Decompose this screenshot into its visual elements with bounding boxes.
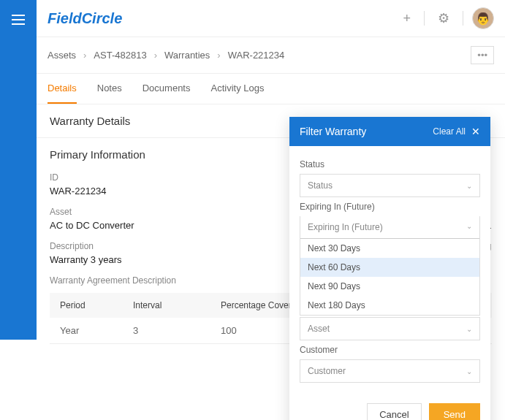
clear-all-button[interactable]: Clear All bbox=[433, 126, 466, 137]
divider bbox=[424, 11, 425, 26]
status-select[interactable]: Status ⌄ bbox=[300, 174, 480, 197]
customer-placeholder: Customer bbox=[308, 366, 346, 376]
chevron-right-icon: › bbox=[154, 50, 157, 61]
hamburger-menu[interactable] bbox=[0, 0, 37, 340]
send-button[interactable]: Send bbox=[429, 403, 480, 420]
chevron-down-icon: ⌄ bbox=[466, 222, 472, 232]
breadcrumb: Assets › AST-482813 › Warranties › WAR-2… bbox=[37, 37, 505, 74]
divider bbox=[463, 11, 463, 26]
status-placeholder: Status bbox=[308, 180, 333, 191]
chevron-right-icon: › bbox=[217, 50, 220, 61]
option-90-days[interactable]: Next 90 Days bbox=[300, 277, 479, 296]
col-period: Period bbox=[60, 300, 133, 310]
chevron-down-icon: ⌄ bbox=[466, 367, 472, 375]
filter-panel: Filter Warranty Clear All ✕ Status Statu… bbox=[289, 117, 490, 420]
add-icon[interactable]: + bbox=[398, 9, 415, 28]
crumb-assets[interactable]: Assets bbox=[48, 50, 76, 61]
crumb-warranties[interactable]: Warranties bbox=[164, 50, 210, 61]
option-180-days[interactable]: Next 180 Days bbox=[300, 296, 479, 315]
asset-select[interactable]: Asset ⌄ bbox=[300, 317, 480, 340]
tab-activity-logs[interactable]: Activity Logs bbox=[210, 74, 264, 104]
gear-icon[interactable]: ⚙ bbox=[433, 9, 454, 28]
close-icon[interactable]: ✕ bbox=[471, 126, 480, 137]
asset-placeholder: Asset bbox=[308, 324, 330, 334]
chevron-right-icon: › bbox=[83, 50, 86, 61]
chevron-down-icon: ⌄ bbox=[466, 325, 472, 333]
crumb-warranty-id[interactable]: WAR-221234 bbox=[228, 50, 285, 61]
crumb-asset-id[interactable]: AST-482813 bbox=[94, 50, 146, 61]
avatar[interactable]: 👨 bbox=[472, 7, 494, 29]
col-interval: Interval bbox=[133, 300, 221, 310]
tab-details[interactable]: Details bbox=[48, 74, 77, 104]
chevron-down-icon: ⌄ bbox=[466, 182, 472, 190]
option-60-days[interactable]: Next 60 Days bbox=[300, 258, 479, 277]
logo: FieldCircle bbox=[48, 10, 122, 27]
tab-documents[interactable]: Documents bbox=[143, 74, 191, 104]
panel-title: Filter Warranty bbox=[300, 126, 366, 137]
expiring-placeholder: Expiring In (Future) bbox=[308, 222, 383, 232]
customer-select[interactable]: Customer ⌄ bbox=[300, 359, 480, 383]
cancel-button[interactable]: Cancel bbox=[367, 403, 421, 420]
customer-label: Customer bbox=[300, 345, 480, 355]
cell-period: Year bbox=[60, 325, 133, 336]
expiring-dropdown[interactable]: Expiring In (Future) ⌄ Next 30 Days Next… bbox=[300, 216, 480, 316]
tab-notes[interactable]: Notes bbox=[97, 74, 122, 104]
expiring-label: Expiring In (Future) bbox=[300, 202, 480, 212]
status-label: Status bbox=[300, 159, 480, 169]
cell-interval: 3 bbox=[133, 325, 221, 336]
more-actions-button[interactable]: ••• bbox=[471, 46, 494, 64]
option-30-days[interactable]: Next 30 Days bbox=[300, 239, 479, 258]
menu-icon bbox=[12, 15, 25, 25]
